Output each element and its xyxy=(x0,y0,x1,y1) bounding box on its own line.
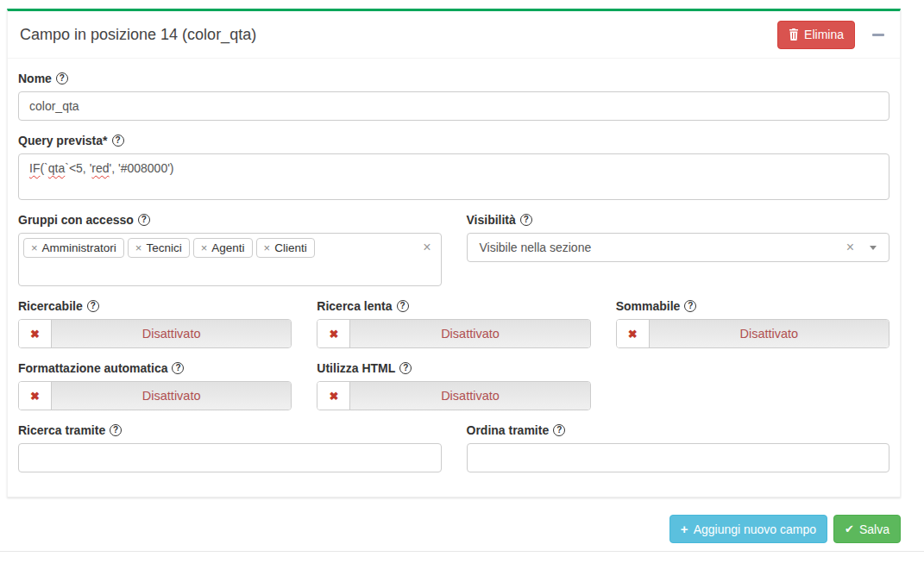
group-tag-label: Clienti xyxy=(274,241,307,254)
toggle-state-label: Disattivato xyxy=(350,320,589,347)
save-button[interactable]: ✔ Salva xyxy=(833,515,901,543)
ordina-tramite-input[interactable] xyxy=(467,443,890,472)
sommabile-toggle[interactable]: ✖ Disattivato xyxy=(616,319,889,348)
sommabile-group: Sommabile ? ✖ Disattivato xyxy=(616,299,889,348)
gruppi-label: Gruppi con accesso ? xyxy=(18,213,442,227)
group-tag: ×Tecnici xyxy=(128,238,190,258)
utilizza-html-toggle[interactable]: ✖ Disattivato xyxy=(317,381,590,410)
toggle-state-label: Disattivato xyxy=(650,320,889,347)
sommabile-label: Sommabile ? xyxy=(616,299,889,313)
help-icon[interactable]: ? xyxy=(87,300,99,312)
help-icon[interactable]: ? xyxy=(397,300,409,312)
help-icon[interactable]: ? xyxy=(684,300,696,312)
group-tags: ×Amministratori×Tecnici×Agenti×Clienti xyxy=(23,238,415,258)
group-tag: ×Agenti xyxy=(193,238,253,258)
group-tag-label: Tecnici xyxy=(146,241,181,254)
help-icon[interactable]: ? xyxy=(56,72,68,84)
ricerca-lenta-group: Ricerca lenta ? ✖ Disattivato xyxy=(317,299,590,348)
remove-tag-icon[interactable]: × xyxy=(264,242,271,253)
utilizza-html-label: Utilizza HTML ? xyxy=(317,361,590,375)
trash-icon xyxy=(789,28,799,41)
delete-button[interactable]: Elimina xyxy=(777,21,855,49)
ricerca-tramite-label-text: Ricerca tramite xyxy=(18,423,105,437)
gruppi-multiselect[interactable]: ×Amministratori×Tecnici×Agenti×Clienti × xyxy=(18,233,442,286)
visibilita-label-text: Visibilità xyxy=(467,213,516,227)
x-icon: ✖ xyxy=(329,328,338,341)
remove-tag-icon[interactable]: × xyxy=(135,242,142,253)
x-icon: ✖ xyxy=(30,390,40,403)
query-group: Query prevista* ? IF(`qta`<5, 'red', '#0… xyxy=(18,134,889,200)
ricerca-lenta-label: Ricerca lenta ? xyxy=(317,299,590,313)
gruppi-label-text: Gruppi con accesso xyxy=(18,213,134,227)
field-card: Campo in posizione 14 (color_qta) Elimin… xyxy=(7,9,901,497)
help-icon[interactable]: ? xyxy=(110,424,122,436)
help-icon[interactable]: ? xyxy=(399,362,412,374)
ordina-tramite-group: Ordina tramite ? xyxy=(467,423,890,472)
utilizza-html-label-text: Utilizza HTML xyxy=(317,361,395,375)
clear-selection-icon[interactable]: × xyxy=(846,240,854,255)
formattazione-label: Formattazione automatica ? xyxy=(18,361,292,375)
ricercabile-group: Ricercabile ? ✖ Disattivato xyxy=(18,299,292,348)
toggle-state-label: Disattivato xyxy=(52,320,291,347)
x-icon: ✖ xyxy=(30,328,40,341)
nome-group: Nome ? xyxy=(18,72,889,121)
ricerca-tramite-input[interactable] xyxy=(18,443,442,472)
ordina-tramite-label-text: Ordina tramite xyxy=(467,423,550,437)
visibilita-value: Visibile nella sezione xyxy=(480,241,846,254)
remove-tag-icon[interactable]: × xyxy=(31,242,38,253)
group-tag-label: Agenti xyxy=(211,241,244,254)
sommabile-label-text: Sommabile xyxy=(616,299,681,313)
gruppi-group: Gruppi con accesso ? ×Amministratori×Tec… xyxy=(18,213,442,286)
ricerca-tramite-group: Ricerca tramite ? xyxy=(18,423,442,472)
formattazione-toggle[interactable]: ✖ Disattivato xyxy=(18,381,292,410)
x-icon: ✖ xyxy=(628,328,638,341)
plus-icon: + xyxy=(681,522,688,535)
help-icon[interactable]: ? xyxy=(112,134,124,147)
visibilita-select[interactable]: Visibile nella sezione × xyxy=(467,233,890,262)
ricercabile-toggle[interactable]: ✖ Disattivato xyxy=(18,319,292,348)
save-button-label: Salva xyxy=(859,522,889,536)
ricerca-lenta-label-text: Ricerca lenta xyxy=(317,299,392,313)
toggle-state-label: Disattivato xyxy=(52,382,291,410)
visibilita-label: Visibilità ? xyxy=(467,213,890,227)
add-field-button[interactable]: + Aggiungi nuovo campo xyxy=(669,515,827,543)
divider xyxy=(0,551,924,552)
nome-label-text: Nome xyxy=(18,72,52,85)
ricerca-tramite-label: Ricerca tramite ? xyxy=(18,423,442,437)
help-icon[interactable]: ? xyxy=(553,424,565,436)
ricercabile-label: Ricercabile ? xyxy=(18,299,292,313)
ordina-tramite-label: Ordina tramite ? xyxy=(467,423,890,437)
collapse-button[interactable] xyxy=(867,23,889,46)
check-icon: ✔ xyxy=(845,523,854,535)
query-input[interactable]: IF(`qta`<5, 'red', '#008000') xyxy=(18,153,889,200)
nome-input[interactable] xyxy=(18,91,889,121)
nome-label: Nome ? xyxy=(18,72,889,85)
group-tag: ×Clienti xyxy=(256,238,315,258)
delete-button-label: Elimina xyxy=(804,28,844,41)
help-icon[interactable]: ? xyxy=(138,214,150,226)
card-body: Nome ? Query prevista* ? IF(`qta`<5, 're… xyxy=(8,59,900,497)
minus-icon xyxy=(872,34,884,36)
x-icon: ✖ xyxy=(329,390,338,403)
page-title: Campo in posizione 14 (color_qta) xyxy=(20,26,256,44)
formattazione-group: Formattazione automatica ? ✖ Disattivato xyxy=(18,361,292,410)
help-icon[interactable]: ? xyxy=(172,362,184,374)
footer-actions: + Aggiungi nuovo campo ✔ Salva xyxy=(7,515,901,543)
ricerca-lenta-toggle[interactable]: ✖ Disattivato xyxy=(317,319,590,348)
query-label: Query prevista* ? xyxy=(18,134,889,147)
group-tag-label: Amministratori xyxy=(42,241,116,254)
help-icon[interactable]: ? xyxy=(520,214,532,226)
toggle-state-label: Disattivato xyxy=(350,382,589,410)
utilizza-html-group: Utilizza HTML ? ✖ Disattivato xyxy=(317,361,590,410)
ricercabile-label-text: Ricercabile xyxy=(18,299,83,313)
add-field-button-label: Aggiungi nuovo campo xyxy=(694,522,816,536)
formattazione-label-text: Formattazione automatica xyxy=(18,361,167,375)
group-tag: ×Amministratori xyxy=(23,238,124,258)
remove-tag-icon[interactable]: × xyxy=(201,242,208,253)
chevron-down-icon[interactable] xyxy=(870,246,877,250)
visibilita-group: Visibilità ? Visibile nella sezione × xyxy=(467,213,890,286)
query-label-text: Query prevista* xyxy=(18,134,108,147)
card-header: Campo in posizione 14 (color_qta) Elimin… xyxy=(8,11,900,59)
clear-selection-icon[interactable]: × xyxy=(423,241,431,254)
